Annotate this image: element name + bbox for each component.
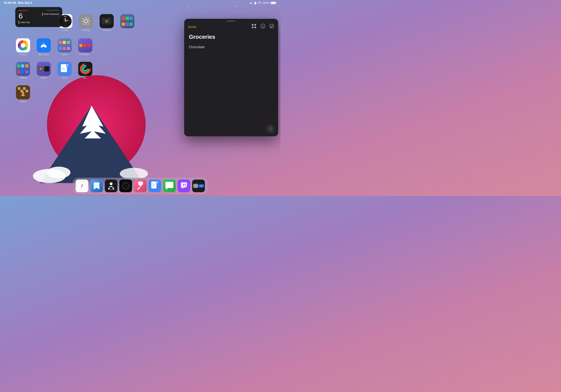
- svg-point-69: [262, 25, 262, 26]
- calendar-date-number: 6: [19, 12, 28, 20]
- dock-mela[interactable]: [119, 180, 132, 192]
- svg-rect-21: [86, 24, 86, 25]
- svg-point-17: [65, 21, 66, 22]
- mela-icon: [119, 180, 132, 192]
- messages-icon: [163, 180, 176, 192]
- games-folder[interactable]: Games: [58, 38, 72, 56]
- notes-edit-button[interactable]: [269, 23, 274, 30]
- svg-rect-5: [254, 3, 256, 4]
- calendar-day-label: MONDAY: [19, 9, 28, 12]
- svg-point-70: [263, 25, 264, 26]
- settings-svg: [79, 14, 93, 28]
- page-dot-1[interactable]: [138, 176, 140, 177]
- notes-item-chocolate: Chocolate: [189, 44, 273, 50]
- util-mini-1: [17, 64, 20, 67]
- svg-rect-82: [109, 187, 113, 189]
- game-mini-1: [59, 41, 62, 44]
- docs-svg: [58, 62, 72, 76]
- dock-goodnotes[interactable]: [105, 180, 118, 192]
- entertainment-folder[interactable]: Entertain...: [78, 38, 92, 56]
- photos-app[interactable]: Photos: [16, 38, 30, 56]
- folder-mini-6: [129, 22, 133, 26]
- status-left: 10:40 AM Mon Sep 6: [4, 1, 32, 4]
- svg-rect-66: [252, 27, 253, 28]
- svg-rect-33: [108, 19, 110, 20]
- svg-point-40: [40, 68, 42, 70]
- dock-settings-camera[interactable]: A: [192, 180, 205, 192]
- svg-point-19: [85, 20, 87, 22]
- event-dot: [42, 12, 43, 16]
- labor-day-dot: [19, 21, 19, 24]
- photos-icon: [16, 38, 30, 52]
- social-mini-2: [44, 66, 49, 71]
- calendar-today-event: Labor Day: [19, 21, 59, 24]
- svg-rect-6: [258, 3, 259, 4]
- calendar-widget[interactable]: MONDAY 6 TOMORROW Rosh Hashanah Labor Da…: [15, 7, 62, 27]
- chess-svg: [16, 85, 30, 99]
- page-dot-2[interactable]: [141, 176, 142, 177]
- svg-rect-59: [26, 90, 28, 92]
- notes-title: Groceries: [184, 32, 278, 44]
- util-mini-3: [25, 64, 28, 67]
- svg-point-81: [110, 182, 113, 185]
- ent-mini-1: [79, 44, 82, 47]
- notes-emoji-button[interactable]: [260, 23, 265, 30]
- notes-send-button[interactable]: [267, 125, 274, 132]
- calendar-left: MONDAY 6: [19, 9, 28, 20]
- date-display: Mon Sep 6: [18, 1, 32, 4]
- fitness-app[interactable]: Fit...: [78, 62, 92, 79]
- utilities-folder[interactable]: Utilities: [16, 62, 30, 79]
- folder-mini-5: [126, 22, 129, 26]
- svg-point-34: [102, 18, 103, 19]
- svg-point-63: [22, 91, 24, 93]
- notes-content[interactable]: Chocolate: [184, 44, 278, 50]
- folder-mini-4: [122, 22, 125, 26]
- top-right-folder[interactable]: [120, 14, 134, 28]
- social-label: Social: [40, 77, 47, 79]
- dock: A: [73, 178, 208, 194]
- appstore-app[interactable]: A App Store: [37, 38, 51, 56]
- svg-rect-54: [23, 87, 26, 90]
- settings-app[interactable]: Settings: [79, 14, 93, 32]
- photos-svg: [16, 38, 30, 52]
- svg-text:A: A: [41, 42, 46, 49]
- ent-mini-3: [88, 44, 91, 47]
- notes-toolbar-icons: [251, 23, 274, 30]
- dock-safari[interactable]: [76, 180, 88, 192]
- svg-point-101: [195, 185, 196, 186]
- dock-noteship[interactable]: [134, 180, 147, 192]
- appstore-icon: A: [37, 38, 51, 52]
- chocolate-text: Chocolate: [189, 45, 205, 49]
- svg-rect-98: [183, 184, 184, 186]
- svg-point-78: [82, 185, 82, 186]
- camera-app[interactable]: Camera: [100, 14, 114, 32]
- noteship-icon: [134, 180, 147, 192]
- social-mini-1: [38, 66, 43, 71]
- dock-messages[interactable]: [163, 180, 176, 192]
- notes-grid-button[interactable]: [251, 23, 257, 30]
- utilities-icon: [16, 62, 30, 76]
- ent-mini-2: [83, 44, 86, 47]
- dock-twitch[interactable]: [178, 180, 190, 192]
- status-bar: 10:40 AM Mon Sep 6 100%: [0, 0, 280, 6]
- svg-rect-55: [26, 87, 28, 90]
- dock-mini-appstore: A: [199, 184, 204, 187]
- chess-app[interactable]: Chess: [16, 85, 30, 103]
- calendar-tomorrow-event: Rosh Hashanah: [42, 12, 59, 16]
- svg-rect-46: [62, 67, 64, 68]
- svg-rect-52: [18, 87, 21, 90]
- twitch-icon: [178, 180, 190, 192]
- game-mini-3: [67, 41, 70, 44]
- camera-icon: [100, 14, 114, 28]
- svg-rect-22: [82, 21, 83, 22]
- dock-googledocs[interactable]: [149, 180, 161, 192]
- notes-done-button[interactable]: Done: [188, 25, 196, 29]
- docs-app[interactable]: Docs: [58, 62, 72, 79]
- svg-rect-20: [86, 17, 86, 19]
- dock-liner[interactable]: [90, 180, 103, 192]
- time-display: 10:40 AM: [4, 1, 16, 4]
- battery-icon: [271, 2, 277, 4]
- social-folder[interactable]: Social: [37, 62, 51, 79]
- googledocs-icon: [149, 180, 161, 192]
- lock-icon: [254, 1, 257, 4]
